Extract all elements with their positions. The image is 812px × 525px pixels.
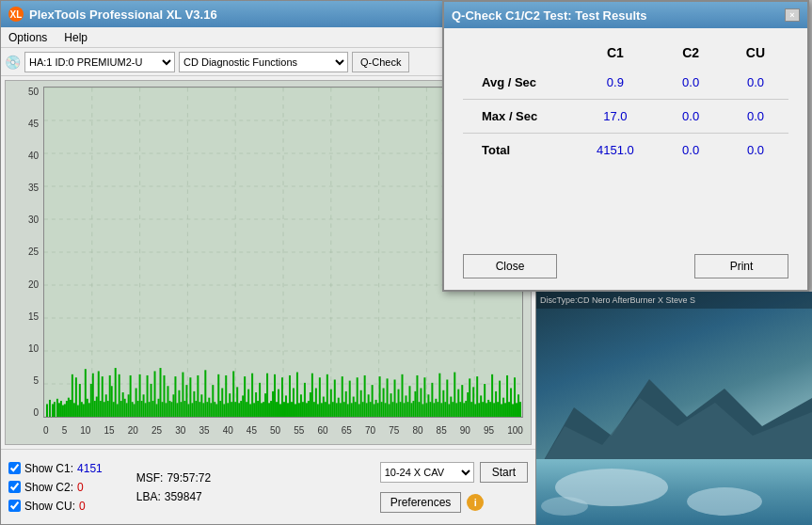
svg-rect-216 [416, 375, 418, 417]
show-cu-checkbox[interactable] [8, 500, 21, 512]
svg-rect-260 [499, 381, 501, 417]
svg-rect-48 [102, 376, 103, 417]
svg-rect-65 [134, 404, 135, 417]
qcheck-close-button[interactable]: Close [463, 254, 557, 278]
svg-rect-211 [406, 402, 408, 417]
svg-rect-193 [374, 404, 375, 417]
qcheck-close-icon[interactable]: × [785, 8, 800, 22]
svg-rect-166 [323, 397, 325, 417]
svg-rect-169 [328, 404, 330, 417]
qcheck-buttons: Close Print [444, 247, 807, 290]
svg-rect-86 [172, 394, 174, 417]
col-cu-header: CU [723, 40, 788, 66]
svg-rect-181 [351, 403, 353, 417]
svg-rect-253 [486, 403, 487, 417]
svg-rect-92 [183, 401, 185, 417]
svg-rect-88 [176, 403, 178, 417]
drive-select[interactable]: HA:1 ID:0 PREMIUM2-U [24, 52, 175, 72]
svg-rect-148 [289, 375, 291, 417]
svg-rect-78 [158, 399, 160, 417]
svg-rect-210 [405, 395, 406, 417]
qcheck-button[interactable]: Q-Check [352, 52, 409, 72]
svg-rect-139 [272, 391, 274, 417]
svg-rect-185 [358, 404, 360, 417]
svg-rect-73 [149, 402, 151, 417]
show-cu-label: Show CU: [24, 500, 75, 513]
svg-rect-267 [512, 404, 514, 417]
svg-rect-145 [283, 402, 285, 417]
svg-rect-215 [414, 391, 416, 417]
svg-rect-58 [120, 401, 122, 417]
qcheck-print-button[interactable]: Print [694, 254, 788, 278]
avg-cu: 0.0 [723, 66, 788, 100]
svg-rect-204 [394, 379, 396, 417]
svg-rect-95 [189, 377, 191, 417]
total-c1: 4151.0 [572, 134, 660, 167]
menu-help[interactable]: Help [60, 30, 91, 45]
svg-rect-198 [383, 389, 385, 417]
svg-rect-118 [232, 371, 234, 417]
svg-rect-101 [200, 394, 202, 417]
function-select[interactable]: CD Diagnostic Functions [179, 52, 348, 72]
svg-rect-234 [450, 397, 452, 417]
svg-rect-164 [319, 377, 321, 417]
svg-rect-41 [88, 403, 90, 417]
svg-rect-172 [334, 379, 336, 417]
svg-rect-183 [355, 402, 357, 417]
msf-row: MSF: 79:57:72 [136, 471, 211, 485]
svg-rect-191 [370, 402, 372, 417]
svg-rect-188 [364, 375, 366, 417]
speed-dropdown[interactable]: 10-24 X CAV [380, 462, 474, 483]
svg-rect-35 [77, 406, 79, 417]
show-c2-checkbox[interactable] [8, 481, 21, 493]
svg-rect-116 [229, 393, 231, 417]
menu-options[interactable]: Options [5, 30, 51, 45]
svg-rect-161 [313, 402, 315, 417]
svg-rect-112 [221, 389, 223, 417]
svg-rect-150 [293, 389, 295, 417]
drive-icon: 💿 [5, 55, 21, 70]
svg-rect-263 [504, 403, 506, 417]
svg-rect-64 [132, 402, 134, 417]
svg-rect-200 [387, 378, 389, 417]
svg-rect-248 [476, 376, 478, 417]
qcheck-title-bar: Q-Check C1/C2 Test: Test Results × [444, 2, 807, 28]
show-c1-checkbox[interactable] [8, 462, 21, 474]
svg-rect-39 [85, 369, 87, 417]
avg-label: Avg / Sec [463, 66, 572, 100]
svg-rect-128 [251, 374, 253, 417]
svg-rect-219 [422, 404, 423, 417]
svg-rect-89 [178, 390, 180, 417]
svg-rect-113 [223, 404, 225, 417]
svg-rect-25 [58, 403, 60, 417]
svg-rect-264 [506, 375, 508, 417]
svg-rect-199 [385, 403, 387, 417]
svg-rect-36 [79, 384, 81, 417]
svg-rect-227 [437, 402, 438, 417]
svg-rect-27 [62, 406, 64, 417]
svg-rect-144 [281, 377, 283, 417]
svg-rect-77 [156, 404, 158, 417]
svg-rect-240 [461, 385, 463, 417]
svg-rect-160 [311, 374, 313, 417]
svg-rect-24 [56, 399, 58, 417]
start-button[interactable]: Start [480, 462, 528, 483]
svg-rect-266 [510, 389, 512, 417]
svg-rect-170 [330, 390, 332, 417]
info-icon[interactable]: i [467, 494, 484, 511]
qcheck-content: C1 C2 CU Avg / Sec 0.9 0.0 0.0 Max / Sec… [444, 28, 807, 247]
show-c1-value: 4151 [77, 462, 103, 475]
svg-rect-173 [336, 403, 338, 417]
preferences-button[interactable]: Preferences [380, 492, 462, 513]
svg-rect-100 [199, 402, 200, 417]
max-c2: 0.0 [659, 100, 723, 134]
svg-rect-146 [285, 395, 287, 417]
show-c2-row: Show C2: 0 [8, 481, 103, 494]
max-cu: 0.0 [723, 100, 788, 134]
svg-rect-239 [459, 402, 461, 417]
qcheck-title-text: Q-Check C1/C2 Test: Test Results [452, 8, 647, 23]
svg-rect-114 [225, 375, 227, 417]
svg-rect-222 [427, 394, 429, 417]
svg-rect-156 [304, 383, 306, 417]
svg-rect-22 [52, 404, 54, 417]
